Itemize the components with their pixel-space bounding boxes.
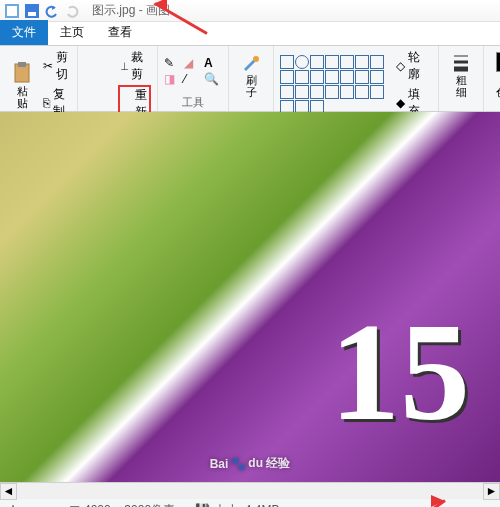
ribbon-tabs: 文件 主页 查看: [0, 22, 500, 46]
svg-point-7: [253, 56, 259, 62]
disk-icon: 💾: [195, 503, 210, 507]
zoom-icon[interactable]: 🔍: [204, 72, 222, 86]
status-filesize: 💾大小: 4.4MB: [195, 502, 279, 508]
canvas-area[interactable]: 15: [0, 112, 500, 482]
tab-view[interactable]: 查看: [96, 20, 144, 45]
status-selection: ▭: [38, 503, 49, 507]
group-label: 工具: [182, 94, 204, 111]
crop-icon: ⟂: [121, 59, 128, 73]
pencil-icon[interactable]: ✎: [164, 56, 182, 70]
text-icon[interactable]: A: [204, 56, 222, 70]
crop-button[interactable]: ⟂裁剪: [118, 48, 151, 84]
undo-icon[interactable]: [44, 3, 60, 19]
save-icon[interactable]: [24, 3, 40, 19]
status-bar: ✛ ▭ ▦4000 × 3000像素 💾大小: 4.4MB: [0, 499, 500, 507]
scroll-left-button[interactable]: ◄: [0, 483, 17, 500]
copy-icon: ⎘: [43, 96, 50, 110]
shapes-gallery[interactable]: [280, 55, 391, 114]
outline-icon: ◇: [396, 59, 405, 73]
status-dimensions: ▦4000 × 3000像素: [69, 502, 175, 508]
app-icon: [4, 3, 20, 19]
canvas-big-text: 15: [330, 291, 470, 452]
window-title: 图示.jpg - 画图: [92, 2, 170, 19]
fillshape-icon: ◆: [396, 96, 405, 110]
group-shapes: ◇轮廓 ◆填充 形状: [274, 46, 439, 111]
picker-icon[interactable]: ⁄: [184, 72, 202, 86]
size-button[interactable]: 粗 细: [445, 48, 477, 100]
brush-icon: [239, 50, 263, 74]
color1-swatch: [494, 50, 500, 74]
outline-button[interactable]: ◇轮廓: [393, 48, 432, 84]
color1-button[interactable]: 颜 色 1: [490, 48, 500, 100]
tab-home[interactable]: 主页: [48, 20, 96, 45]
paste-icon: [10, 61, 34, 85]
brushes-button[interactable]: 刷 子: [235, 48, 267, 100]
group-size: 粗 细: [439, 46, 484, 111]
paste-button[interactable]: 粘 贴: [6, 59, 38, 111]
group-image: 选 择 ⟂裁剪 ⤢重新调整大小 ⟳旋转 图像: [78, 46, 158, 111]
group-clipboard: 粘 贴 ✂剪切 ⎘复制 剪贴板: [0, 46, 78, 111]
cursor-icon: ✛: [8, 503, 18, 507]
redo-icon[interactable]: [64, 3, 80, 19]
eraser-icon[interactable]: ◨: [164, 72, 182, 86]
svg-rect-3: [28, 12, 36, 16]
group-tools: ✎ ◢ A ◨ ⁄ 🔍 工具: [158, 46, 229, 111]
scroll-right-button[interactable]: ►: [483, 483, 500, 500]
tab-file[interactable]: 文件: [0, 20, 48, 45]
selection-icon: ▭: [38, 503, 49, 507]
group-colors: 颜 色 1 颜 色 2: [484, 46, 500, 111]
fill-icon[interactable]: ◢: [184, 56, 202, 70]
group-brushes: 刷 子: [229, 46, 274, 111]
size-icon: [449, 50, 473, 74]
quick-access-toolbar: 图示.jpg - 画图: [0, 0, 500, 22]
cut-button[interactable]: ✂剪切: [40, 48, 71, 84]
status-cursor: ✛: [8, 503, 18, 507]
svg-rect-5: [18, 62, 26, 67]
dimensions-icon: ▦: [69, 503, 80, 507]
svg-rect-1: [7, 6, 17, 16]
ribbon: 粘 贴 ✂剪切 ⎘复制 剪贴板 选 择 ⟂裁剪 ⤢重新调整大小 ⟳旋转 图像: [0, 46, 500, 112]
scissors-icon: ✂: [43, 59, 53, 73]
horizontal-scrollbar[interactable]: ◄ ►: [0, 482, 500, 499]
